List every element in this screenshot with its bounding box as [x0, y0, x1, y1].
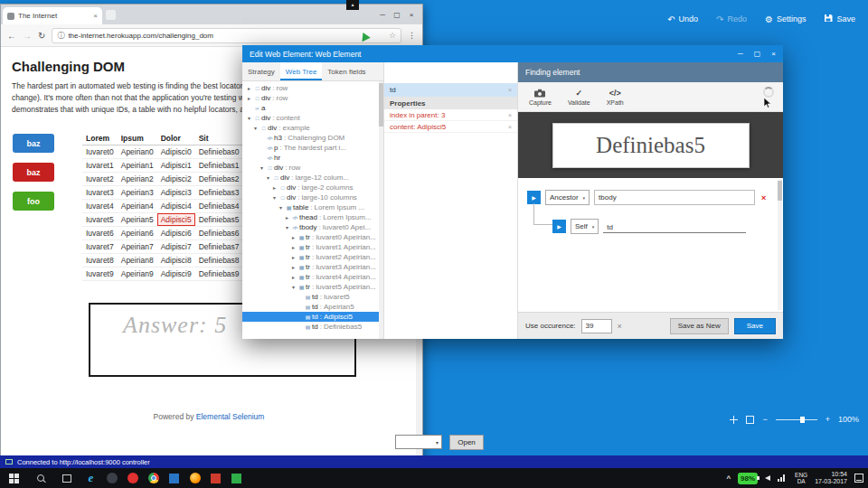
zoom-in-icon[interactable]: +	[826, 415, 830, 424]
finder-scrollbar-thumb[interactable]	[778, 181, 782, 201]
locator-value-input[interactable]: tbody	[594, 190, 755, 205]
minimize-icon[interactable]: ─	[375, 11, 390, 19]
battery-badge[interactable]: 98%	[738, 473, 758, 484]
tree-node[interactable]: ∞a	[242, 103, 383, 113]
browser-menu-icon[interactable]: ⋮	[408, 31, 416, 40]
red-app-icon[interactable]	[205, 468, 226, 488]
tree-node[interactable]: ▾</>tbody:Iuvaret0 Apei...	[242, 222, 383, 232]
tree-open-arrow-icon[interactable]: ▾	[278, 204, 284, 211]
tree-node[interactable]: ▾▦table:Lorem Ipsum ...	[242, 202, 383, 212]
tree-node[interactable]: </>hr	[242, 153, 383, 163]
firefox-icon[interactable]	[184, 468, 205, 488]
tab-close-icon[interactable]: ×	[93, 12, 98, 20]
tab-strategy[interactable]: Strategy	[242, 62, 280, 80]
fit-view-icon[interactable]	[746, 416, 754, 424]
start-button[interactable]	[9, 474, 19, 483]
run-locator-button[interactable]: ▶	[527, 191, 541, 204]
tree-closed-arrow-icon[interactable]: ▸	[271, 184, 278, 191]
bookmark-star-icon[interactable]: ☆	[389, 31, 396, 40]
tree-node[interactable]: ▸▦tr:Iuvaret2 Apeirian...	[242, 252, 383, 262]
tree-scrollbar-thumb[interactable]	[379, 83, 383, 127]
tree-node[interactable]: ▸▦tr:Iuvaret1 Apeirian...	[242, 242, 383, 252]
tree-closed-arrow-icon[interactable]: ▸	[290, 244, 297, 250]
tree-node[interactable]: ▸</>thead:Lorem Ipsum...	[242, 212, 383, 222]
element-close-icon[interactable]: ×	[508, 87, 512, 93]
tree-closed-arrow-icon[interactable]: ▸	[290, 254, 297, 260]
dark-app-icon[interactable]	[101, 468, 122, 488]
volume-icon[interactable]	[765, 475, 770, 481]
action-center-icon[interactable]	[854, 474, 863, 483]
tree-node[interactable]: ▸□div:row	[242, 93, 383, 103]
tree-node[interactable]: ▾□div:large-12 colum...	[242, 173, 383, 183]
tree-open-arrow-icon[interactable]: ▾	[252, 125, 259, 131]
clock[interactable]: 10:54 17-03-2017	[815, 471, 847, 485]
tree-open-arrow-icon[interactable]: ▾	[265, 174, 271, 181]
tree-closed-arrow-icon[interactable]: ▸	[246, 85, 252, 91]
dialog-close-icon[interactable]: ×	[771, 50, 776, 58]
maximize-icon[interactable]: ▢	[390, 11, 404, 19]
tree-node[interactable]: ▸▦tr:Iuvaret4 Apeirian...	[242, 272, 383, 282]
open-button[interactable]: Open	[449, 435, 484, 450]
tree-node[interactable]: ▸□div:row	[242, 83, 383, 93]
file-select-dropdown[interactable]: ▾	[395, 435, 442, 449]
tree-node[interactable]: ▾□div:content	[242, 113, 383, 123]
tree-node-selected[interactable]: ▤td:Adipisci5	[242, 312, 383, 322]
tree-node[interactable]: ▸□div:large-2 columns	[242, 183, 383, 192]
refresh-icon[interactable]: ↻	[38, 31, 45, 41]
tree-closed-arrow-icon[interactable]: ▸	[290, 274, 297, 280]
finder-save-button[interactable]: Save	[734, 318, 776, 334]
locator-value-input[interactable]: td	[603, 220, 746, 233]
tree-node[interactable]: </>p:The hardest part i...	[242, 143, 383, 153]
edge-icon[interactable]: e	[80, 468, 101, 488]
capture-button[interactable]: Capture	[529, 89, 552, 106]
tab-token-fields[interactable]: Token fields	[322, 62, 371, 80]
tree-node[interactable]: ▸▦tr:Iuvaret3 Apeirian...	[242, 262, 383, 272]
tree-closed-arrow-icon[interactable]: ▸	[290, 234, 297, 240]
tree-node[interactable]: ▤td:Apeirian5	[242, 302, 383, 312]
hidden-icons-caret[interactable]: ^	[726, 474, 731, 483]
opera-icon[interactable]	[122, 468, 143, 488]
relation-select[interactable]: Self ▾	[571, 219, 599, 234]
tree-node[interactable]: ▤td:Definiebas5	[242, 322, 383, 332]
occurrence-input[interactable]: 39	[581, 319, 612, 333]
remove-locator-icon[interactable]: ×	[761, 193, 766, 202]
tree-open-arrow-icon[interactable]: ▾	[271, 194, 278, 201]
pan-icon[interactable]	[730, 416, 738, 424]
zoom-slider-handle[interactable]	[800, 417, 805, 423]
site-info-icon[interactable]: ⓘ	[57, 31, 64, 41]
browser-tab[interactable]: The Internet ×	[3, 7, 102, 24]
tree-closed-arrow-icon[interactable]: ▸	[246, 95, 252, 101]
language-switcher[interactable]: ENG DA	[795, 472, 807, 484]
page-button-baz-1[interactable]: baz	[13, 163, 54, 182]
tree-node[interactable]: ▾□div:row	[242, 163, 383, 173]
dialog-title-bar[interactable]: Edit Web Element: Web Element ─ ▢ ×	[242, 45, 783, 62]
tree-scrollbar[interactable]	[379, 81, 383, 339]
tree-closed-arrow-icon[interactable]: ▸	[290, 264, 297, 270]
tab-web-tree[interactable]: Web Tree	[280, 62, 323, 80]
tree-open-arrow-icon[interactable]: ▾	[259, 164, 265, 171]
tree-node[interactable]: ▾□div:large-10 columns	[242, 192, 383, 202]
green-app-icon[interactable]	[226, 468, 247, 488]
xpath-button[interactable]: </> XPath	[607, 89, 624, 106]
tree-open-arrow-icon[interactable]: ▾	[284, 224, 290, 230]
redo-button[interactable]: ↷ Redo	[716, 14, 747, 24]
new-tab-button[interactable]	[106, 10, 116, 20]
vscode-icon[interactable]	[164, 468, 184, 488]
task-view-icon[interactable]	[62, 474, 71, 483]
page-button-foo-2[interactable]: foo	[13, 192, 54, 211]
zoom-slider[interactable]	[776, 419, 817, 420]
tree-node[interactable]: ▸▦tr:Iuvaret0 Apeirian...	[242, 232, 383, 242]
tree-open-arrow-icon[interactable]: ▾	[246, 115, 252, 121]
chrome-icon[interactable]	[143, 468, 164, 488]
validate-button[interactable]: ✓ Validate	[568, 89, 590, 106]
tree-node[interactable]: ▤td:Iuvaret5	[242, 292, 383, 302]
tree-open-arrow-icon[interactable]: ▾	[290, 284, 297, 290]
dialog-minimize-icon[interactable]: ─	[738, 50, 743, 58]
clear-occurrence-icon[interactable]: ×	[618, 322, 622, 331]
tree-node[interactable]: ▾□div:example	[242, 123, 383, 133]
zoom-out-icon[interactable]: −	[762, 415, 767, 424]
tree-node[interactable]: </>h3:Challenging DOM	[242, 133, 383, 143]
save-as-new-button[interactable]: Save as New	[670, 318, 729, 334]
url-bar[interactable]: ⓘ the-internet.herokuapp.com/challenging…	[52, 28, 401, 43]
settings-button[interactable]: ⚙ Settings	[765, 14, 807, 24]
